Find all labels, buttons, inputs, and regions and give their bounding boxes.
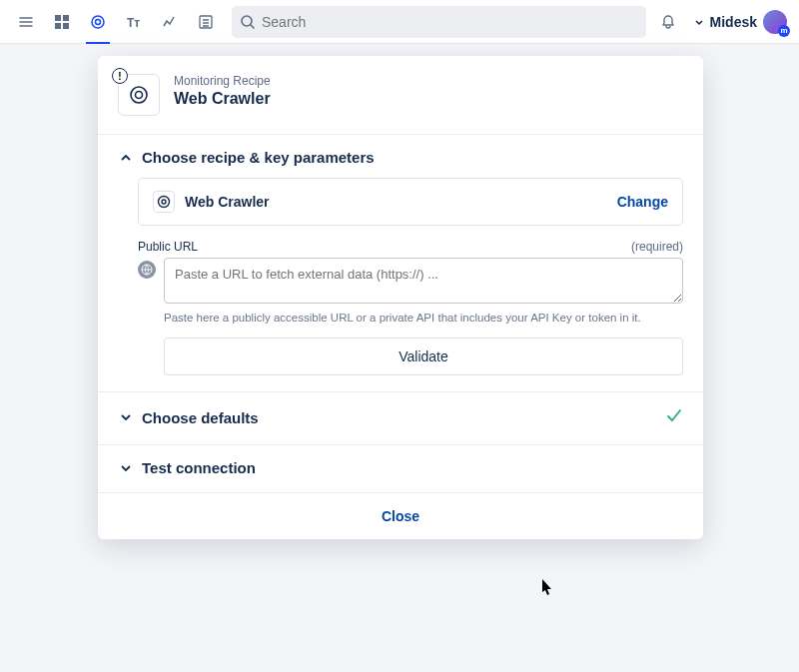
modal-subtitle: Monitoring Recipe <box>174 74 271 88</box>
chevron-down-icon <box>118 409 134 425</box>
topbar: Tт Midesk <box>0 0 799 44</box>
field-helper: Paste here a publicly accessible URL or … <box>164 312 683 324</box>
svg-point-5 <box>96 19 101 24</box>
target-icon[interactable] <box>84 8 112 36</box>
section-recipe-params: Choose recipe & key parameters Web Crawl… <box>98 134 703 391</box>
section-title: Choose defaults <box>142 409 657 426</box>
text-icon[interactable]: Tт <box>120 8 148 36</box>
chevron-down-icon <box>694 17 704 27</box>
modal-header: ! Monitoring Recipe Web Crawler <box>98 56 703 134</box>
recipe-icon: ! <box>118 74 160 116</box>
recipe-modal: ! Monitoring Recipe Web Crawler Choose r… <box>98 56 703 539</box>
public-url-field: Public URL (required) Paste here a publi… <box>138 240 683 324</box>
search-input-wrap[interactable] <box>232 6 646 38</box>
cursor-icon <box>542 579 554 596</box>
svg-rect-2 <box>55 23 61 29</box>
svg-point-10 <box>136 92 143 99</box>
svg-point-11 <box>159 197 170 208</box>
check-icon <box>665 406 683 428</box>
modal-footer: Close <box>98 492 703 539</box>
url-input[interactable] <box>164 258 683 304</box>
svg-rect-3 <box>63 23 69 29</box>
selected-recipe-row: Web Crawler Change <box>138 178 683 226</box>
required-label: (required) <box>631 240 683 254</box>
section-title: Choose recipe & key parameters <box>142 149 683 166</box>
search-icon <box>240 14 256 30</box>
grid-icon[interactable] <box>48 8 76 36</box>
section-test-connection: Test connection <box>98 444 703 492</box>
svg-point-9 <box>131 87 147 103</box>
modal-title: Web Crawler <box>174 90 271 108</box>
change-button[interactable]: Change <box>617 194 668 210</box>
close-button[interactable]: Close <box>382 508 419 524</box>
svg-point-12 <box>162 200 166 204</box>
svg-rect-0 <box>55 15 61 21</box>
section-title: Test connection <box>142 459 683 476</box>
globe-icon <box>138 261 156 279</box>
list-icon[interactable] <box>192 8 220 36</box>
user-name: Midesk <box>710 14 757 30</box>
chevron-up-icon <box>118 150 134 166</box>
section-defaults: Choose defaults <box>98 391 703 444</box>
alert-icon: ! <box>112 68 128 84</box>
field-label: Public URL <box>138 240 198 254</box>
svg-text:Tт: Tт <box>127 16 140 29</box>
svg-point-4 <box>92 16 104 28</box>
target-icon <box>153 191 175 213</box>
search-input[interactable] <box>262 14 638 30</box>
bell-icon[interactable] <box>654 8 682 36</box>
chart-icon[interactable] <box>156 8 184 36</box>
section-header[interactable]: Choose recipe & key parameters <box>118 149 683 166</box>
validate-button[interactable]: Validate <box>164 337 683 375</box>
chevron-down-icon <box>118 460 134 476</box>
menu-icon[interactable] <box>12 8 40 36</box>
svg-rect-1 <box>63 15 69 21</box>
section-header[interactable]: Test connection <box>118 459 683 476</box>
section-header[interactable]: Choose defaults <box>118 406 683 428</box>
recipe-name: Web Crawler <box>185 194 607 210</box>
avatar <box>763 10 787 34</box>
user-menu[interactable]: Midesk <box>694 10 787 34</box>
